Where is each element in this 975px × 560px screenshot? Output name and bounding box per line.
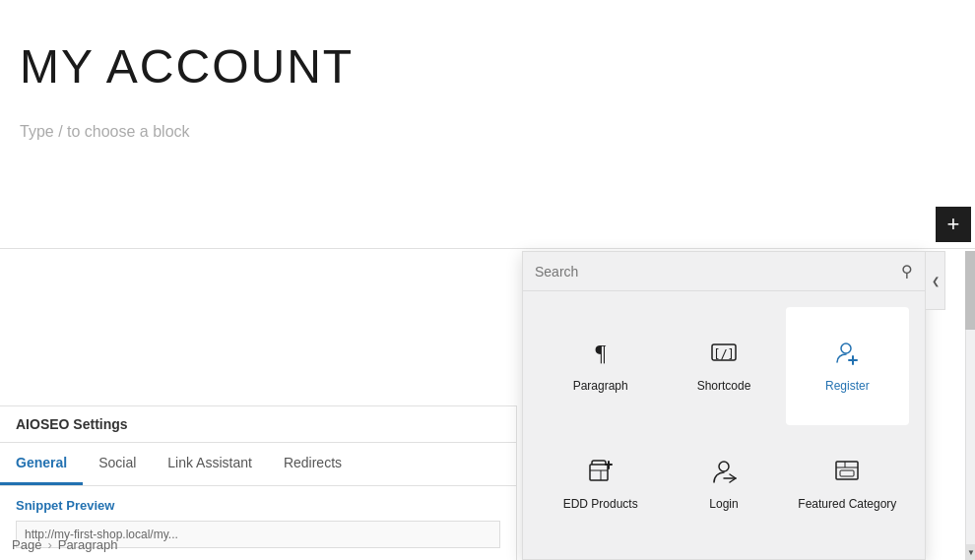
editor-area: MY ACCOUNT Type / to choose a block + AI… (0, 0, 975, 560)
block-item-login[interactable]: Login (662, 425, 785, 543)
block-picker: ⚲ ¶ Paragraph [/] (522, 251, 926, 560)
block-label-register: Register (825, 379, 870, 395)
register-icon (833, 339, 861, 371)
aioseo-tabs: General Social Link Assistant Redirects (0, 443, 516, 486)
login-icon (710, 457, 738, 489)
snippet-label: Snippet Preview (16, 498, 500, 513)
block-label-featured-category: Featured Category (798, 497, 896, 513)
block-item-shortcode[interactable]: [/] Shortcode (662, 307, 785, 425)
add-block-button[interactable]: + (936, 207, 971, 242)
block-label-login: Login (709, 497, 738, 513)
breadcrumb-page: Page (12, 537, 41, 552)
block-placeholder[interactable]: Type / to choose a block (0, 113, 975, 151)
breadcrumb-current: Paragraph (58, 537, 118, 552)
edd-products-icon (587, 457, 615, 489)
tab-link-assistant[interactable]: Link Assistant (152, 443, 268, 485)
svg-text:[/]: [/] (713, 347, 735, 361)
breadcrumb: Page › Paragraph (12, 537, 117, 552)
search-icon: ⚲ (901, 262, 913, 280)
block-label-shortcode: Shortcode (697, 379, 751, 395)
featured-category-icon (833, 457, 861, 489)
search-bar: ⚲ (523, 252, 925, 291)
editor-divider (0, 248, 975, 249)
search-input[interactable] (535, 264, 893, 280)
breadcrumb-chevron: › (47, 537, 51, 552)
svg-rect-10 (840, 470, 854, 476)
svg-point-7 (719, 462, 729, 471)
shortcode-icon: [/] (710, 339, 738, 371)
aioseo-header: AIOSEO Settings (0, 406, 516, 443)
scrollbar-arrow-down[interactable]: ▼ (966, 544, 975, 560)
picker-collapse-handle[interactable]: ❮ (926, 251, 945, 310)
block-item-paragraph[interactable]: ¶ Paragraph (539, 307, 662, 425)
svg-text:¶: ¶ (595, 340, 606, 365)
tab-social[interactable]: Social (83, 443, 152, 485)
block-item-edd-products[interactable]: EDD Products (539, 425, 662, 543)
blocks-grid: ¶ Paragraph [/] Shortcode (523, 291, 925, 559)
block-item-featured-category[interactable]: Featured Category (786, 425, 909, 543)
paragraph-icon: ¶ (587, 339, 615, 371)
svg-rect-6 (590, 465, 608, 480)
tab-redirects[interactable]: Redirects (268, 443, 358, 485)
block-label-paragraph: Paragraph (573, 379, 628, 395)
scrollbar-track: ▲ ▼ (965, 251, 975, 560)
svg-point-3 (841, 343, 851, 353)
scrollbar-thumb[interactable] (965, 251, 975, 330)
tab-general[interactable]: General (0, 443, 83, 485)
page-title: MY ACCOUNT (0, 0, 975, 113)
block-label-edd-products: EDD Products (563, 497, 638, 513)
block-item-register[interactable]: Register (786, 307, 909, 425)
